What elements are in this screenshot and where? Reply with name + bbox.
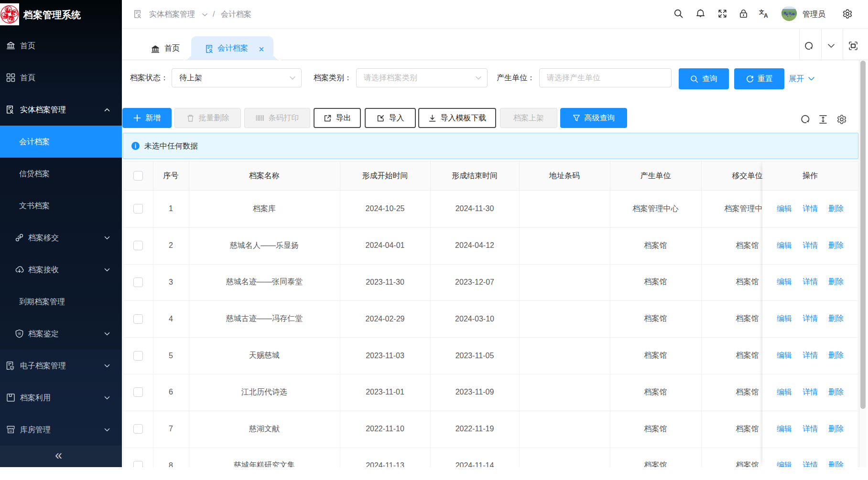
svg-text:保: 保 [18, 332, 21, 335]
svg-text:A: A [764, 12, 768, 19]
